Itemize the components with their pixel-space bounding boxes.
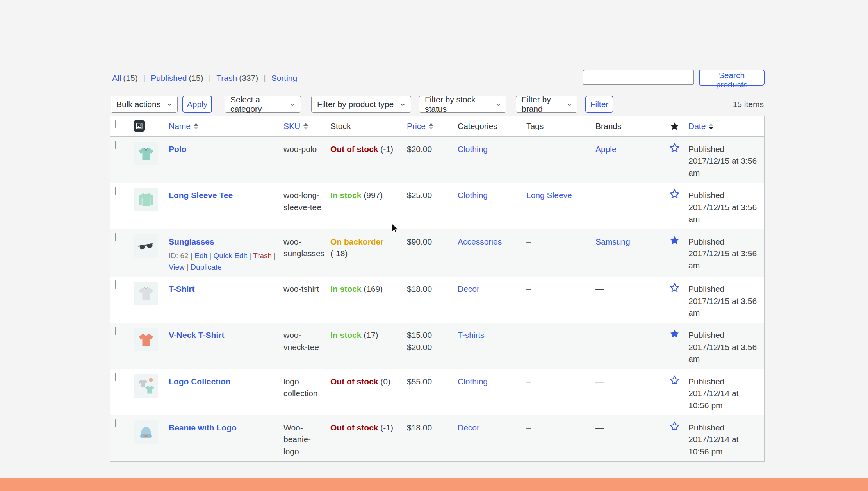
publish-datetime: 2017/12/15 at 3:56 am <box>688 295 758 319</box>
brand-link[interactable]: Apple <box>595 145 617 154</box>
category-filter-select[interactable]: Select a category <box>225 96 301 113</box>
header-categories: Categories <box>458 121 497 131</box>
separator: | <box>274 252 276 260</box>
category-link[interactable]: Decor <box>458 423 479 432</box>
brand-filter-label: Filter by brand <box>522 95 567 114</box>
publish-status: Published <box>688 376 758 387</box>
category-link[interactable]: Clothing <box>458 377 488 386</box>
product-name-link[interactable]: Beanie with Logo <box>169 423 237 432</box>
stock-status: Out of stock <box>330 423 378 432</box>
product-thumbnail[interactable] <box>134 282 158 305</box>
product-type-filter-select[interactable]: Filter by product type <box>311 96 411 113</box>
featured-star-filled-icon[interactable] <box>669 329 680 339</box>
row-action-duplicate[interactable]: Duplicate <box>191 263 221 271</box>
sort-by-name[interactable]: Name <box>169 121 198 131</box>
header-tags: Tags <box>526 121 544 131</box>
view-link-sorting[interactable]: Sorting <box>271 73 298 82</box>
stock-qty: (-18) <box>330 249 348 258</box>
price-text: $15.00 – $20.00 <box>407 323 458 369</box>
tag-link[interactable]: Long Sleeve <box>526 191 572 200</box>
brand-empty-dash: — <box>595 330 604 339</box>
sort-arrows-icon <box>429 123 433 130</box>
featured-star-outline-icon[interactable] <box>669 143 680 153</box>
apply-button[interactable]: Apply <box>182 96 212 113</box>
featured-star-outline-icon[interactable] <box>669 375 680 386</box>
table-header-row: Name SKU Stock Price Categories Tags Bra… <box>110 116 764 137</box>
view-link-published[interactable]: Published <box>151 73 187 82</box>
view-link-all[interactable]: All <box>112 73 121 82</box>
stock-qty: (997) <box>364 191 383 200</box>
product-thumbnail[interactable] <box>134 374 158 398</box>
featured-star-outline-icon[interactable] <box>669 421 680 432</box>
featured-star-outline-icon[interactable] <box>669 189 680 199</box>
category-link[interactable]: Decor <box>458 284 479 293</box>
row-action-edit[interactable]: Edit <box>194 252 207 260</box>
sort-arrows-icon <box>194 123 198 130</box>
category-link[interactable]: Clothing <box>458 191 488 200</box>
row-action-quick-edit[interactable]: Quick Edit <box>213 252 247 260</box>
brand-filter-select[interactable]: Filter by brand <box>516 96 577 113</box>
product-name-link[interactable]: Long Sleeve Tee <box>169 191 233 200</box>
publish-status: Published <box>688 236 758 248</box>
product-thumbnail[interactable] <box>134 420 158 444</box>
row-checkbox[interactable] <box>115 233 116 241</box>
tag-empty-dash: – <box>526 377 531 386</box>
row-checkbox[interactable] <box>115 327 116 335</box>
product-name-link[interactable]: Polo <box>169 145 187 154</box>
product-name-link[interactable]: V-Neck T-Shirt <box>169 330 224 339</box>
separator: | <box>264 73 266 83</box>
chevron-down-icon <box>495 101 501 108</box>
tag-empty-dash: – <box>526 237 531 246</box>
category-link[interactable]: Accessories <box>458 237 502 246</box>
header-brands: Brands <box>595 121 622 131</box>
sort-by-sku[interactable]: SKU <box>283 121 308 131</box>
row-checkbox[interactable] <box>115 419 116 427</box>
row-checkbox[interactable] <box>115 280 116 289</box>
featured-star-outline-icon[interactable] <box>669 282 680 293</box>
publish-status: Published <box>688 283 758 295</box>
sort-by-date[interactable]: Date <box>688 121 713 131</box>
product-thumbnail[interactable] <box>134 188 158 211</box>
product-thumbnail[interactable] <box>134 328 158 351</box>
product-name-link[interactable]: Logo Collection <box>169 377 231 386</box>
category-link[interactable]: T-shirts <box>458 330 485 339</box>
brand-empty-dash: — <box>595 423 604 432</box>
sku-text: logo-collection <box>283 369 330 415</box>
stock-status: In stock <box>330 330 361 339</box>
product-name-link[interactable]: T-Shirt <box>169 284 195 293</box>
search-products-button[interactable]: Search products <box>699 70 765 86</box>
row-checkbox[interactable] <box>115 141 116 149</box>
view-link-trash[interactable]: Trash <box>216 73 237 82</box>
product-name-link[interactable]: Sunglasses <box>169 237 214 246</box>
bottom-accent-bar <box>0 478 868 491</box>
separator: | <box>143 73 145 83</box>
price-text: $18.00 <box>407 415 458 461</box>
items-count: 15 items <box>733 100 764 109</box>
product-row: Logo Collectionlogo-collectionOut of sto… <box>110 369 764 415</box>
featured-star-filled-icon[interactable] <box>669 235 680 246</box>
header-sku: SKU <box>283 121 300 131</box>
filter-button[interactable]: Filter <box>585 96 613 113</box>
product-row: T-Shirtwoo-tshirtIn stock (169)$18.00Dec… <box>110 277 764 323</box>
row-action-trash[interactable]: Trash <box>253 252 272 260</box>
row-action-view[interactable]: View <box>169 263 185 271</box>
stock-status: In stock <box>330 191 361 200</box>
stock-qty: (169) <box>364 284 383 293</box>
products-admin-page: All(15) | Published(15) | Trash(337) | S… <box>0 0 868 491</box>
stock-status-filter-select[interactable]: Filter by stock status <box>419 96 506 113</box>
category-link[interactable]: Clothing <box>458 145 488 154</box>
select-all-checkbox[interactable] <box>115 120 116 128</box>
bulk-actions-select[interactable]: Bulk actions <box>111 96 178 113</box>
publish-status: Published <box>688 329 758 341</box>
row-checkbox[interactable] <box>115 187 116 195</box>
search-input[interactable] <box>583 70 694 85</box>
brand-link[interactable]: Samsung <box>595 237 630 246</box>
product-thumbnail[interactable] <box>134 142 158 165</box>
row-action-id: ID: 62 <box>169 252 189 260</box>
row-checkbox[interactable] <box>115 373 116 381</box>
sort-by-price[interactable]: Price <box>407 121 433 131</box>
product-thumbnail[interactable] <box>134 234 158 258</box>
brand-empty-dash: — <box>595 191 604 200</box>
stock-status: On backorder <box>330 237 384 246</box>
stock-status: Out of stock <box>330 145 378 154</box>
